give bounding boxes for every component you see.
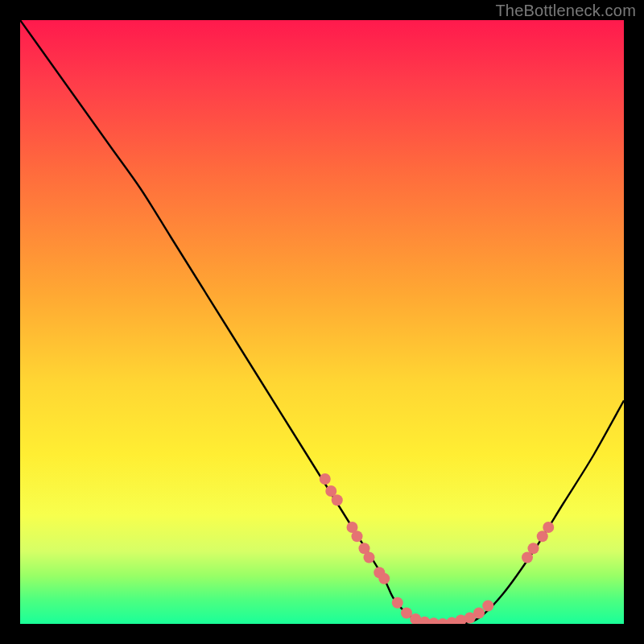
chart-plot-area <box>20 20 624 624</box>
data-marker <box>364 552 375 564</box>
bottleneck-chart-svg <box>20 20 624 624</box>
attribution-label: TheBottleneck.com <box>495 2 636 20</box>
data-marker <box>473 608 485 619</box>
data-markers <box>320 473 555 624</box>
data-marker <box>378 573 390 584</box>
data-marker <box>543 522 554 533</box>
bottleneck-curve <box>20 20 624 624</box>
data-marker <box>320 473 331 485</box>
data-marker <box>528 543 539 554</box>
data-marker <box>392 597 403 609</box>
data-marker <box>482 601 493 612</box>
data-marker <box>352 530 363 542</box>
data-marker <box>332 494 343 506</box>
